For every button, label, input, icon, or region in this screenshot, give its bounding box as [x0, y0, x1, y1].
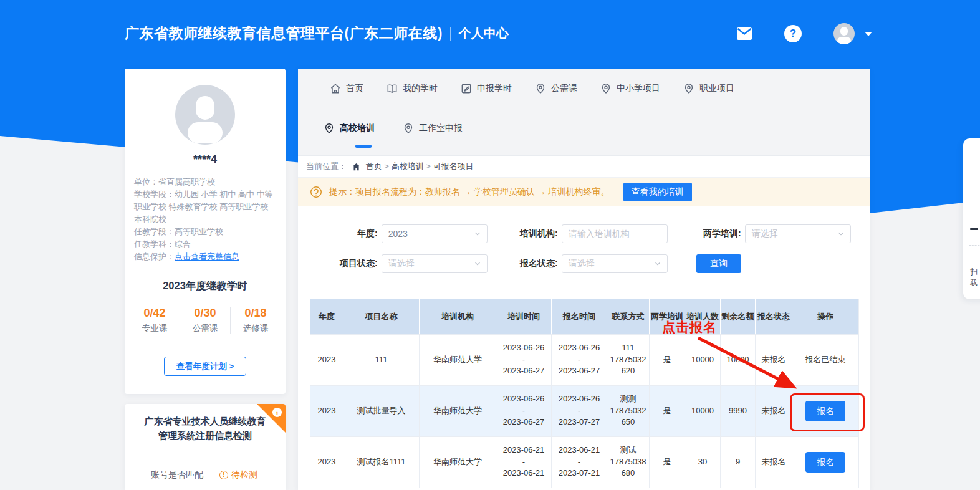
tab-studio-declare[interactable]: 工作室申报 [402, 122, 463, 135]
project-status-select[interactable]: 请选择 [382, 254, 488, 273]
hours-stat-label: 选修课 [231, 323, 281, 334]
profile-field-label: 任教学段： [134, 227, 175, 236]
avatar-head-shape [196, 96, 214, 120]
project-status-placeholder: 请选择 [388, 258, 415, 269]
pin-icon [402, 122, 415, 135]
table-row: 2023测试报名1111华南师范大学2023-06-21-2023-06-212… [310, 436, 859, 488]
profile-field: 任教学段：高等职业学校 [134, 226, 277, 238]
reg-status-placeholder: 请选择 [569, 258, 595, 269]
annotation-click-register-label: 点击报名 [662, 319, 717, 336]
profile-fields: 单位：省直属高职学校学校学段：幼儿园 小学 初中 高中 中等职业学校 特殊教育学… [134, 176, 277, 263]
app-title: 广东省教师继续教育信息管理平台(广东二师在线) [125, 24, 443, 43]
profile-card: ****4 单位：省直属高职学校学校学段：幼儿园 小学 初中 高中 中等职业学校… [125, 69, 286, 394]
breadcrumb-item[interactable]: 可报名项目 [433, 161, 474, 171]
cell-status: 未报名 [756, 436, 792, 488]
column-header: 培训时间 [496, 299, 552, 334]
org-input[interactable] [562, 224, 668, 243]
cell-project-name: 测试报名1111 [343, 436, 420, 488]
status-badge[interactable]: ! 待检测 [219, 469, 257, 481]
year-select[interactable]: 2023 [382, 224, 488, 243]
hours-stat-value: 0/18 [231, 307, 281, 320]
cell-count: 30 [685, 436, 721, 488]
table-row: 2023111华南师范大学2023-06-26-2023-06-272023-0… [310, 334, 859, 385]
home-icon [352, 162, 361, 171]
cell-org: 华南师范大学 [420, 436, 496, 488]
column-header: 操作 [792, 299, 859, 334]
two-study-label: 两学培训: [703, 228, 741, 239]
column-header: 报名时间 [552, 299, 607, 334]
cell-project-name: 测试批量导入 [343, 385, 420, 436]
tab-declare-hours[interactable]: 申报学时 [460, 82, 512, 95]
right-side-panel-fragment[interactable]: 扫 载 [963, 138, 980, 299]
register-button[interactable]: 报名 [805, 401, 845, 421]
account-match-row: 账号是否匹配 ! 待检测 [151, 469, 257, 481]
cell-contact: 11117875032620 [607, 334, 650, 385]
cell-action: 报名 [792, 385, 859, 436]
chevron-down-icon [473, 259, 482, 268]
hours-stat: 0/42专业课 [130, 307, 180, 334]
mail-icon[interactable] [737, 27, 752, 40]
username: ****4 [125, 153, 286, 166]
title-divider [450, 27, 451, 41]
reg-status-select[interactable]: 请选择 [562, 254, 668, 273]
nav-row-1: 首页我的学时申报学时公需课中小学项目职业项目 [329, 82, 734, 95]
cell-two-study: 是 [650, 334, 685, 385]
chevron-down-icon [473, 229, 482, 238]
view-annual-plan-button[interactable]: 查看年度计划 > [164, 357, 246, 376]
breadcrumb-items: 首页 > 高校培训 > 可报名项目 [366, 161, 474, 172]
user-avatar-small[interactable] [833, 23, 855, 44]
register-button[interactable]: 报名 [805, 452, 845, 473]
registration-ended-label: 报名已结束 [805, 355, 846, 364]
profile-field: 学校学段：幼儿园 小学 初中 高中 中等职业学校 特殊教育学校 高等职业学校 本… [134, 188, 277, 226]
cell-two-study: 是 [650, 436, 685, 488]
cell-count: 10000 [685, 334, 721, 385]
project-status-label: 项目状态: [340, 258, 378, 269]
cell-contact: 测测17875032650 [607, 385, 650, 436]
profile-field: 信息保护：点击查看完整信息 [134, 251, 277, 263]
tab-label: 工作室申报 [419, 123, 463, 134]
breadcrumb-item[interactable]: 高校培训 [392, 161, 424, 171]
cell-remain: 10000 [721, 334, 756, 385]
pin-icon [323, 122, 335, 135]
tab-home[interactable]: 首页 [329, 82, 363, 95]
avatar-head-shape [840, 27, 848, 36]
profile-field-label: 信息保护： [134, 252, 175, 261]
tab-k12-projects[interactable]: 中小学项目 [600, 82, 660, 95]
tab-my-hours[interactable]: 我的学时 [386, 82, 438, 95]
cell-two-study: 是 [650, 385, 685, 436]
cell-year: 2023 [310, 385, 343, 436]
tab-vocational-projects[interactable]: 职业项目 [683, 82, 734, 95]
cell-train-time: 2023-06-26-2023-06-27 [496, 385, 552, 436]
breadcrumb-item[interactable]: 首页 [366, 161, 382, 171]
panel-fragment-mark [970, 228, 978, 230]
cell-year: 2023 [310, 436, 343, 488]
chevron-down-icon [653, 259, 662, 268]
pin-icon [683, 82, 695, 95]
hours-stat-value: 0/30 [180, 307, 230, 320]
cell-remain: 9 [721, 436, 756, 488]
tab-public-courses[interactable]: 公需课 [534, 82, 577, 95]
account-dropdown-caret[interactable] [865, 32, 872, 36]
cell-year: 2023 [310, 334, 343, 385]
cell-action: 报名已结束 [792, 334, 859, 385]
search-button[interactable]: 查询 [696, 254, 741, 273]
view-full-info-link[interactable]: 点击查看完整信息 [175, 252, 239, 261]
panel-fragment-text: 扫 载 [970, 267, 978, 288]
pin-icon [534, 82, 547, 95]
profile-field-value: 高等职业学校 [175, 227, 223, 236]
cell-train-time: 2023-06-26-2023-06-27 [496, 334, 552, 385]
hours-stat: 0/18选修课 [230, 307, 281, 334]
notice-bar: 提示：项目报名流程为：教师报名 → 学校管理员确认 → 培训机构终审。 查看我的… [298, 178, 870, 206]
two-study-select[interactable]: 请选择 [745, 224, 851, 243]
help-icon[interactable]: ? [784, 25, 802, 42]
reg-status-label: 报名状态: [520, 258, 558, 269]
registration-check-panel: i 广东省专业技术人员继续教育 管理系统注册信息检测 账号是否匹配 ! 待检测 [125, 404, 286, 490]
tab-label: 我的学时 [403, 83, 438, 94]
org-label: 培训机构: [520, 228, 558, 239]
table-header-row: 年度项目名称培训机构培训时间报名时间联系方式两学培训培训人数剩余名额报名状态操作 [310, 299, 859, 334]
view-my-training-button[interactable]: 查看我的培训 [623, 183, 692, 201]
check-panel-title-line1: 广东省专业技术人员继续教育 [125, 414, 286, 428]
filter-area: 年度: 2023 培训机构: 两学培训: 请选择 项目状态: [298, 206, 870, 290]
app-header: 广东省教师继续教育信息管理平台(广东二师在线) 个人中心 [125, 24, 509, 43]
tab-university-training[interactable]: 高校培训 [323, 122, 375, 135]
